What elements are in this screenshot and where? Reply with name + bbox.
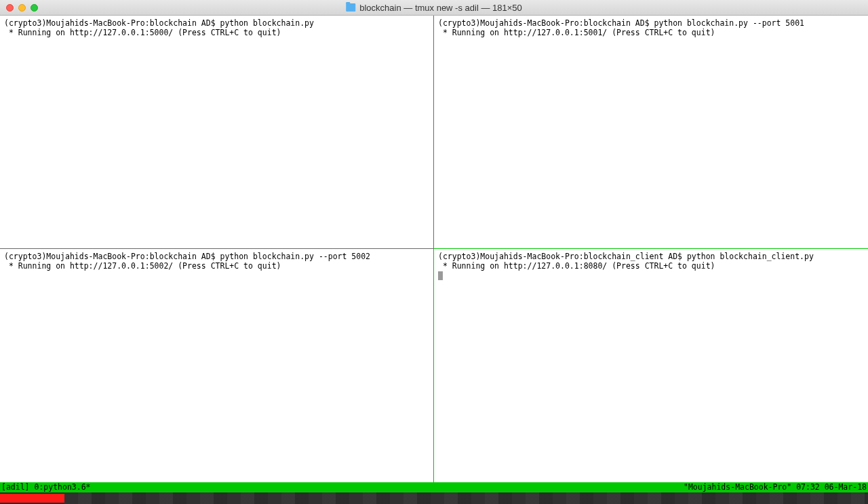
pane-top-right[interactable]: (crypto3)Moujahids-MacBook-Pro:blockchai…	[434, 16, 868, 249]
zoom-icon[interactable]	[31, 4, 38, 12]
folder-icon	[346, 3, 355, 12]
terminal-line: * Running on http://127.0.0.1:5000/ (Pre…	[4, 28, 281, 37]
traffic-lights	[0, 4, 38, 12]
terminal-line: * Running on http://127.0.0.1:5001/ (Pre…	[438, 28, 715, 37]
window-title-text: blockchain — tmux new -s adil — 181×50	[359, 3, 522, 13]
pane-bottom-left[interactable]: (crypto3)Moujahids-MacBook-Pro:blockchai…	[0, 249, 434, 482]
terminal-line: (crypto3)Moujahids-MacBook-Pro:blockchai…	[4, 252, 370, 261]
terminal-line: (crypto3)Moujahids-MacBook-Pro:blockchai…	[438, 18, 804, 28]
terminal-line: (crypto3)Moujahids-MacBook-Pro:blockchai…	[4, 18, 314, 28]
terminal-line: (crypto3)Moujahids-MacBook-Pro:blockchai…	[438, 252, 814, 261]
pane-top-left[interactable]: (crypto3)Moujahids-MacBook-Pro:blockchai…	[0, 16, 434, 249]
status-left: [adil] 0:python3.6*	[1, 482, 91, 492]
terminal-line: * Running on http://127.0.0.1:8080/ (Pre…	[438, 261, 715, 271]
pane-bottom-right[interactable]: (crypto3)Moujahids-MacBook-Pro:blockchai…	[434, 249, 868, 482]
tmux-panes: (crypto3)Moujahids-MacBook-Pro:blockchai…	[0, 16, 868, 482]
status-right: "Moujahids-MacBook-Pro" 07:32 06-Mar-18	[684, 482, 867, 492]
touchbar	[0, 492, 868, 504]
terminal-line: * Running on http://127.0.0.1:5002/ (Pre…	[4, 261, 281, 271]
window-title: blockchain — tmux new -s adil — 181×50	[346, 3, 522, 13]
close-icon[interactable]	[6, 4, 14, 12]
titlebar[interactable]: blockchain — tmux new -s adil — 181×50	[0, 0, 868, 16]
cursor-icon	[438, 271, 443, 280]
touchbar-rest	[64, 492, 868, 504]
battery-indicator	[0, 494, 64, 503]
minimize-icon[interactable]	[18, 4, 26, 12]
tmux-statusbar: [adil] 0:python3.6* "Moujahids-MacBook-P…	[0, 482, 868, 492]
terminal-window: blockchain — tmux new -s adil — 181×50 (…	[0, 0, 868, 504]
